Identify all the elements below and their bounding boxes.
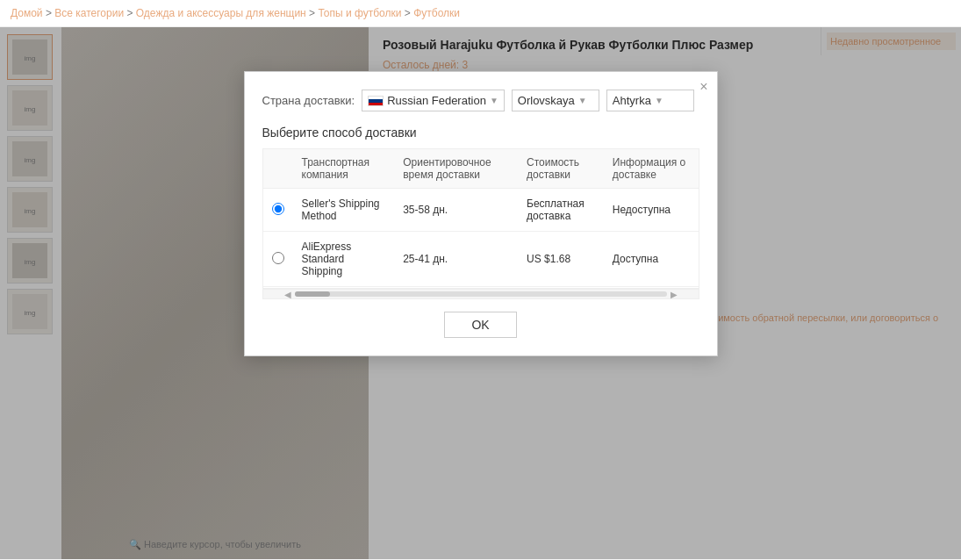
- delivery-time-cell: 35-58 дн.: [394, 189, 518, 232]
- modal-close-button[interactable]: ×: [699, 79, 707, 95]
- city-dropdown-icon: ▼: [655, 96, 663, 105]
- shipping-modal: × Страна доставки: Russian Federation ▼ …: [244, 71, 718, 356]
- region-value: Orlovskaya: [518, 94, 575, 107]
- radio-cell: [263, 189, 293, 232]
- ok-button[interactable]: OK: [444, 312, 516, 338]
- company-name-cell: Seller's Shipping Method: [293, 189, 395, 232]
- breadcrumb-tshirts[interactable]: Футболки: [413, 7, 460, 19]
- shipping-radio-sellers[interactable]: [272, 203, 284, 215]
- modal-footer: OK: [262, 312, 699, 338]
- col-cost: Стоимость доставки: [518, 149, 604, 189]
- country-value: Russian Federation: [387, 94, 486, 107]
- shipping-table: Транспортная компания Ориентировочное вр…: [263, 149, 699, 289]
- country-dropdown-icon: ▼: [490, 96, 498, 105]
- city-value: Ahtyrka: [613, 94, 651, 107]
- breadcrumb-home[interactable]: Домой: [11, 7, 43, 19]
- delivery-time-cell: 14-23 дн.: [394, 287, 518, 290]
- city-select[interactable]: Ahtyrka ▼: [606, 90, 694, 111]
- delivery-time-cell: 25-41 дн.: [394, 232, 518, 287]
- status-cell: Доступна: [604, 287, 699, 290]
- scroll-track: [295, 291, 667, 297]
- cost-cell: US $1.68: [518, 232, 604, 287]
- region-select[interactable]: Orlovskaya ▼: [512, 90, 599, 111]
- table-header-row: Транспортная компания Ориентировочное вр…: [263, 149, 699, 189]
- shipping-radio-aliexpress[interactable]: [272, 252, 284, 264]
- col-radio: [263, 149, 293, 189]
- shipping-section-title: Выберите способ доставки: [262, 126, 699, 140]
- modal-overlay: × Страна доставки: Russian Federation ▼ …: [0, 27, 961, 559]
- cost-cell: US $2.77: [518, 287, 604, 290]
- radio-cell: [263, 287, 293, 290]
- radio-cell: [263, 232, 293, 287]
- status-cell: Недоступна: [604, 189, 699, 232]
- country-selection-row: Страна доставки: Russian Federation ▼ Or…: [262, 90, 699, 111]
- col-time: Ориентировочное время доставки: [394, 149, 518, 189]
- breadcrumb-all-categories[interactable]: Все категории: [54, 7, 124, 19]
- scroll-right-arrow[interactable]: ▶: [667, 290, 681, 299]
- company-name-cell: ePacket: [293, 287, 395, 290]
- horizontal-scrollbar[interactable]: ◀ ▶: [262, 289, 699, 299]
- table-row: AliExpress Standard Shipping25-41 дн.US …: [263, 232, 699, 287]
- russia-flag-icon: [368, 96, 384, 106]
- shipping-table-wrapper[interactable]: Транспортная компания Ориентировочное вр…: [262, 148, 699, 289]
- table-row: Seller's Shipping Method35-58 дн.Бесплат…: [263, 189, 699, 232]
- region-dropdown-icon: ▼: [578, 96, 587, 105]
- scroll-thumb: [295, 291, 330, 297]
- breadcrumb-tops[interactable]: Топы и футболки: [318, 7, 401, 19]
- company-name-cell: AliExpress Standard Shipping: [293, 232, 395, 287]
- scroll-left-arrow[interactable]: ◀: [281, 290, 295, 299]
- col-info: Информация о доставке: [604, 149, 699, 189]
- status-cell: Доступна: [604, 232, 699, 287]
- col-company: Транспортная компания: [293, 149, 395, 189]
- cost-cell: Бесплатная доставка: [518, 189, 604, 232]
- breadcrumb: Домой > Все категории > Одежда и аксессу…: [0, 0, 961, 27]
- table-row: ePacket14-23 дн.US $2.77Доступна: [263, 287, 699, 290]
- country-label: Страна доставки:: [262, 94, 355, 107]
- country-select[interactable]: Russian Federation ▼: [362, 90, 505, 111]
- breadcrumb-women[interactable]: Одежда и аксессуары для женщин: [136, 7, 306, 19]
